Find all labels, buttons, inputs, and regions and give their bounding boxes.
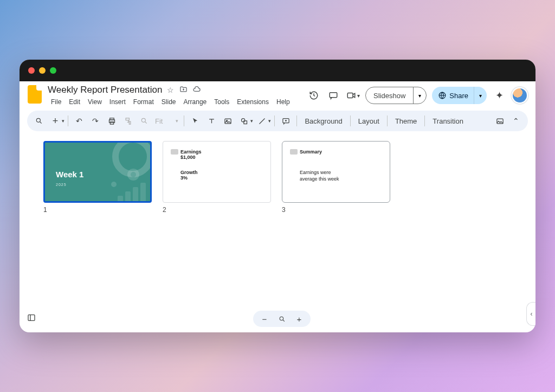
traffic-lights (28, 67, 56, 74)
chevron-down-icon[interactable]: ▾ (250, 118, 253, 124)
menu-slide[interactable]: Slide (158, 97, 179, 107)
menu-insert[interactable]: Insert (106, 97, 129, 107)
chevron-down-icon[interactable]: ▾ (268, 118, 271, 124)
slide-2-value-1: $1,000 (180, 155, 263, 160)
layout-button[interactable]: Layout (354, 113, 384, 128)
zoom-out-button[interactable]: − (259, 313, 270, 325)
fullscreen-window-button[interactable] (50, 67, 56, 74)
account-avatar[interactable] (512, 87, 528, 104)
header-actions: ▾ Slideshow ▾ Share ▾ ✦ (307, 85, 528, 104)
menu-format[interactable]: Format (130, 97, 157, 107)
zoom-controls: − + (253, 311, 311, 327)
macos-titlebar (20, 60, 535, 81)
slide-thumbnail-1[interactable]: Week 1 2025 (43, 141, 152, 203)
slide-1-subtitle: 2025 (56, 183, 67, 187)
paint-format-icon (120, 113, 135, 128)
explore-icon[interactable] (27, 313, 36, 324)
move-folder-icon[interactable] (178, 85, 188, 95)
slide-3-body: Earnings were average this week (300, 170, 382, 182)
star-icon[interactable]: ☆ (165, 86, 175, 94)
undo-icon[interactable]: ↶ (72, 113, 87, 128)
menu-edit[interactable]: Edit (66, 97, 83, 107)
search-menu-icon[interactable] (31, 113, 47, 128)
zoom-fit-label: Fit (155, 117, 163, 125)
chevron-down-icon: ▾ (357, 93, 360, 99)
svg-rect-0 (330, 93, 337, 98)
gemini-icon[interactable]: ✦ (492, 88, 506, 102)
select-tool-icon[interactable] (188, 113, 203, 128)
slides-logo[interactable] (27, 85, 42, 104)
app-window: Weekly Report Presentation ☆ File Edit V… (20, 60, 535, 332)
slide-tag-icon (171, 149, 178, 155)
slide-grid: Week 1 2025 1 Earnings $1,000 Growth 3% … (20, 131, 535, 223)
comments-icon[interactable] (326, 88, 340, 102)
image-icon[interactable] (220, 113, 235, 128)
slide-number: 2 (163, 206, 271, 214)
shape-icon[interactable] (236, 113, 251, 128)
footer: − + (20, 311, 535, 327)
line-icon[interactable] (254, 113, 269, 128)
slide-3-heading: Summary (300, 149, 382, 155)
menu-help[interactable]: Help (273, 97, 293, 107)
chevron-down-icon[interactable]: ▾ (62, 118, 64, 124)
menu-file[interactable]: File (48, 97, 64, 107)
svg-point-10 (241, 118, 244, 121)
menu-tools[interactable]: Tools (211, 97, 233, 107)
slide-2-heading-2: Growth (180, 170, 263, 175)
app-header: Weekly Report Presentation ☆ File Edit V… (20, 81, 535, 107)
textbox-icon[interactable] (204, 113, 219, 128)
share-label: Share (449, 92, 468, 100)
side-panel-toggle[interactable]: ‹ (526, 302, 535, 326)
globe-icon (438, 92, 446, 99)
slide-2-heading-1: Earnings (180, 149, 263, 155)
background-button[interactable]: Background (300, 113, 346, 128)
slide-1-title: Week 1 (56, 170, 83, 179)
zoom-icon (137, 113, 152, 128)
slide-thumbnail-2[interactable]: Earnings $1,000 Growth 3% (163, 141, 271, 203)
toolbar: + ▾ ↶ ↷ Fit ▾ ▾ ▾ Background Layout Them… (27, 111, 528, 131)
slide-cell-3: Summary Earnings were average this week … (282, 141, 390, 214)
meet-icon[interactable]: ▾ (346, 88, 360, 102)
slideshow-button-group: Slideshow ▾ (365, 87, 427, 104)
menu-view[interactable]: View (85, 97, 105, 107)
slide-tag-icon (290, 149, 298, 155)
slide-cell-2: Earnings $1,000 Growth 3% 2 (163, 141, 271, 214)
document-title[interactable]: Weekly Report Presentation (48, 85, 162, 95)
svg-rect-1 (347, 93, 353, 98)
minimize-window-button[interactable] (39, 67, 46, 74)
slide-thumbnail-3[interactable]: Summary Earnings were average this week (282, 141, 390, 203)
title-block: Weekly Report Presentation ☆ File Edit V… (48, 85, 301, 107)
menubar: File Edit View Insert Format Slide Arran… (48, 97, 301, 107)
share-button[interactable]: Share (432, 92, 474, 100)
zoom-reset-button[interactable] (276, 313, 288, 325)
close-window-button[interactable] (28, 67, 35, 74)
svg-point-15 (280, 317, 283, 320)
redo-icon[interactable]: ↷ (88, 113, 103, 128)
menu-extensions[interactable]: Extensions (234, 97, 272, 107)
slide-2-value-2: 3% (180, 175, 263, 181)
transition-button[interactable]: Transition (428, 113, 468, 128)
theme-button[interactable]: Theme (391, 113, 421, 128)
comment-add-icon[interactable] (278, 113, 293, 128)
print-icon[interactable] (104, 113, 119, 128)
slide-number: 1 (43, 206, 152, 214)
svg-point-7 (141, 118, 145, 122)
zoom-fit-dropdown: Fit ▾ (153, 117, 180, 125)
menu-arrange[interactable]: Arrange (180, 97, 210, 107)
share-button-group: Share ▾ (432, 87, 487, 104)
svg-point-3 (36, 118, 40, 122)
zoom-in-button[interactable]: + (293, 313, 305, 325)
history-icon[interactable] (307, 88, 321, 102)
new-slide-button[interactable]: + (48, 113, 63, 128)
cloud-status-icon[interactable] (191, 85, 201, 95)
slideshow-button[interactable]: Slideshow (366, 87, 413, 104)
slide-cell-1: Week 1 2025 1 (43, 141, 152, 214)
svg-rect-14 (28, 315, 35, 321)
insert-image-icon[interactable] (492, 113, 507, 128)
collapse-toolbar-icon[interactable]: ⌃ (508, 113, 524, 128)
slide-number: 3 (282, 206, 390, 214)
slideshow-options-button[interactable]: ▾ (413, 87, 426, 104)
share-options-button[interactable]: ▾ (474, 87, 487, 104)
